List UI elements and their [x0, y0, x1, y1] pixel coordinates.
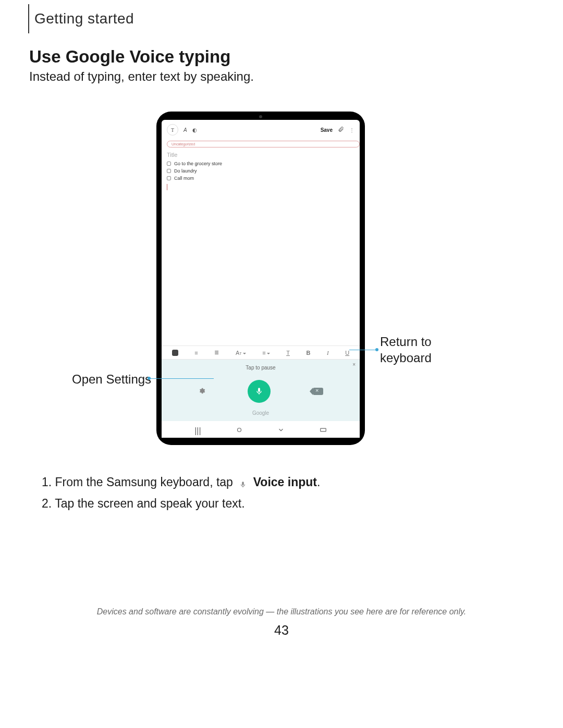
home-icon[interactable] [236, 426, 243, 436]
chapter-label: Getting started [28, 4, 134, 33]
camera-dot-icon [259, 115, 262, 118]
backspace-icon[interactable] [313, 388, 323, 395]
checkbox-icon[interactable] [167, 162, 171, 166]
text-cursor-icon [167, 184, 167, 190]
close-icon[interactable]: × [352, 362, 356, 367]
voice-input-panel: × Tap to pause Google [162, 360, 360, 421]
bold-icon[interactable]: B [306, 350, 310, 356]
intro-text: Instead of typing, enter text by speakin… [29, 69, 254, 84]
step-two: 2. Tap the screen and speak your text. [42, 494, 320, 513]
system-nav-bar: ||| [162, 421, 360, 438]
save-button[interactable]: Save [321, 127, 333, 133]
text-mode-icon[interactable]: T [167, 124, 178, 135]
svg-point-0 [238, 428, 241, 432]
step-one: 1. From the Samsung keyboard, tap Voice … [42, 473, 320, 492]
todo-item[interactable]: Do laundry [167, 168, 354, 174]
checkbox-icon[interactable] [167, 176, 171, 180]
font-size-icon[interactable]: AT [236, 350, 246, 356]
instruction-steps: 1. From the Samsung keyboard, tap Voice … [42, 473, 320, 515]
callout-line-icon [148, 378, 214, 379]
keyboard-icon[interactable] [320, 426, 327, 436]
checkbox-icon[interactable] [167, 169, 171, 173]
tablet-screen: T A ◐ Save ⋮ Uncategorized Title Go to t… [162, 120, 360, 438]
highlight-mode-icon[interactable]: ◐ [192, 127, 197, 133]
gear-icon[interactable] [198, 387, 205, 396]
svg-rect-1 [321, 428, 326, 431]
section-heading: Use Google Voice typing [29, 47, 230, 67]
tap-to-pause-label: Tap to pause [167, 365, 354, 371]
more-icon[interactable]: ⋮ [349, 127, 354, 133]
category-tag[interactable]: Uncategorized [167, 141, 360, 147]
italic-icon[interactable]: I [327, 350, 329, 356]
back-icon[interactable] [277, 426, 285, 436]
mic-inline-icon [237, 479, 249, 490]
checkbox-toggle-icon[interactable] [172, 350, 178, 356]
title-placeholder[interactable]: Title [167, 152, 354, 158]
format-toolbar: ≡ ≣ AT ≡ T B I U [162, 346, 360, 360]
attach-icon[interactable] [338, 126, 344, 133]
recents-icon[interactable]: ||| [194, 426, 201, 436]
callout-line-icon [349, 350, 378, 350]
todo-item[interactable]: Go to the grocery store [167, 161, 354, 166]
page-number: 43 [0, 623, 563, 638]
tablet-illustration: T A ◐ Save ⋮ Uncategorized Title Go to t… [156, 112, 365, 445]
callout-return-keyboard: Return to keyboard [380, 334, 432, 366]
bullet-list-icon[interactable]: ≡ [194, 350, 198, 356]
todo-item[interactable]: Call mom [167, 176, 354, 181]
numbered-list-icon[interactable]: ≣ [214, 349, 219, 356]
notes-toolbar: T A ◐ Save ⋮ [162, 120, 360, 138]
underline-icon[interactable]: U [345, 350, 349, 356]
microphone-button[interactable] [248, 380, 271, 403]
google-label: Google [167, 407, 354, 417]
disclaimer-text: Devices and software are constantly evol… [0, 607, 563, 616]
callout-open-settings: Open Settings [72, 371, 151, 387]
align-icon[interactable]: ≡ [262, 350, 270, 356]
pen-mode-icon[interactable]: A [183, 127, 187, 133]
strike-icon[interactable]: T [286, 350, 290, 356]
